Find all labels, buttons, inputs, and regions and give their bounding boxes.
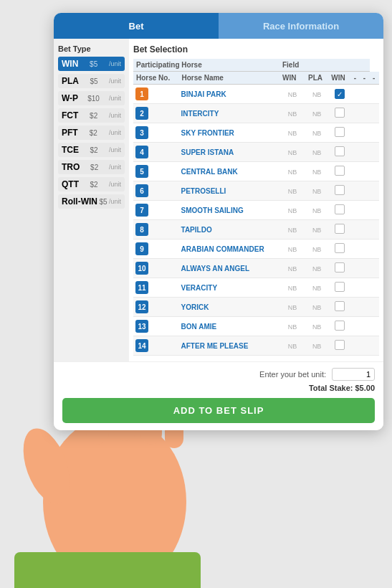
main-card: Bet Race Information Bet Type WIN$5/unit… (54, 13, 383, 430)
horse-check-cell[interactable] (328, 104, 351, 123)
horse-win-cell: NB (279, 181, 305, 201)
table-row: 3 SKY FRONTIER NB NB (133, 123, 379, 143)
horse-pla-cell: NB (305, 298, 328, 317)
horse-number-cell: 10 (133, 259, 179, 278)
bet-unit-label: Enter your bet unit: (259, 370, 326, 379)
horse-name: ALWAYS AN ANGEL (181, 265, 250, 272)
horse-name: PETROSELLI (181, 187, 226, 195)
horse-name: VERACITY (181, 284, 218, 292)
bet-unit-row: Enter your bet unit: (62, 368, 375, 381)
horse-extra2 (360, 259, 370, 278)
horse-pla-cell: NB (305, 240, 328, 259)
horse-check-cell[interactable] (328, 240, 351, 259)
th-dash2: - (360, 72, 370, 85)
add-to-bet-slip-button[interactable]: ADD TO BET SLIP (62, 398, 375, 423)
horse-win-cell: NB (279, 201, 305, 220)
bet-selection-title: Bet Selection (133, 44, 379, 54)
horse-extra2 (360, 181, 370, 201)
horse-extra1 (351, 278, 360, 298)
horse-name-cell: SMOOTH SAILING (179, 201, 279, 220)
horse-check-cell[interactable] (328, 162, 351, 181)
horse-number-badge: 8 (135, 223, 148, 236)
bet-type-item-win[interactable]: WIN$5/unit (58, 57, 125, 71)
horse-name-cell: AFTER ME PLEASE (179, 336, 279, 356)
horse-pla-cell: NB (305, 143, 328, 162)
horse-name: SKY FRONTIER (181, 129, 234, 137)
horse-extra1 (351, 123, 360, 143)
bet-type-item-qtt[interactable]: QTT$2/unit (58, 177, 125, 191)
horse-win-cell: NB (279, 278, 305, 298)
th-win2: WIN (328, 72, 351, 85)
horse-extra2 (360, 162, 370, 181)
horse-number-cell: 3 (133, 123, 179, 143)
table-row: 4 SUPER ISTANA NB NB (133, 143, 379, 162)
horse-pla-cell: NB (305, 336, 328, 356)
horse-check-cell[interactable] (328, 317, 351, 336)
horse-check-cell[interactable] (328, 201, 351, 220)
horse-extra1 (351, 143, 360, 162)
bet-type-item-tce[interactable]: TCE$2/unit (58, 143, 125, 157)
horse-number-cell: 5 (133, 162, 179, 181)
horse-name: AFTER ME PLEASE (181, 342, 249, 350)
horse-pla-cell: NB (305, 85, 328, 104)
horse-name: CENTRAL BANK (181, 168, 238, 176)
horse-number-cell: 6 (133, 181, 179, 201)
total-stake-row: Total Stake: $5.00 (62, 384, 375, 392)
tab-bet[interactable]: Bet (54, 13, 219, 39)
horse-extra3 (370, 298, 379, 317)
horse-name-cell: INTERCITY (179, 104, 279, 123)
horse-number-cell: 13 (133, 317, 179, 336)
horse-check-cell[interactable] (328, 123, 351, 143)
horse-pla-cell: NB (305, 220, 328, 240)
horse-check-cell[interactable] (328, 298, 351, 317)
horse-win-cell: NB (279, 220, 305, 240)
bet-type-item-roll-win[interactable]: Roll-WIN$5/unit (58, 194, 125, 209)
th-dash1: - (351, 72, 360, 85)
th-pla: PLA (305, 72, 328, 85)
horse-check-cell[interactable] (328, 278, 351, 298)
horse-extra1 (351, 298, 360, 317)
horse-pla-cell: NB (305, 201, 328, 220)
horse-name: ARABIAN COMMANDER (181, 245, 264, 253)
horse-number-badge: 5 (135, 165, 148, 178)
bet-type-item-fct[interactable]: FCT$2/unit (58, 108, 125, 123)
horse-pla-cell: NB (305, 259, 328, 278)
bet-type-item-pft[interactable]: PFT$2/unit (58, 125, 125, 140)
horse-extra3 (370, 162, 379, 181)
horse-number-badge: 14 (135, 339, 148, 352)
horse-extra3 (370, 220, 379, 240)
horse-extra1 (351, 240, 360, 259)
horse-check-cell[interactable] (328, 220, 351, 240)
horse-name-cell: TAPILDO (179, 220, 279, 240)
horse-number-badge: 11 (135, 281, 148, 294)
th-empty3 (360, 59, 370, 72)
horse-check-cell[interactable] (328, 259, 351, 278)
table-row: 9 ARABIAN COMMANDER NB NB (133, 240, 379, 259)
horse-extra1 (351, 201, 360, 220)
horse-win-cell: NB (279, 317, 305, 336)
bet-type-item-pla[interactable]: PLA$5/unit (58, 74, 125, 88)
horse-check-cell[interactable] (328, 181, 351, 201)
horse-extra3 (370, 336, 379, 356)
horse-extra3 (370, 123, 379, 143)
horse-number-cell: 7 (133, 201, 179, 220)
horse-extra2 (360, 298, 370, 317)
bet-type-panel: Bet Type WIN$5/unitPLA$5/unitW-P$10/unit… (54, 39, 129, 361)
bet-type-item-w-p[interactable]: W-P$10/unit (58, 91, 125, 105)
horse-number-cell: 1 (133, 85, 179, 104)
bet-type-item-tro[interactable]: TRO$2/unit (58, 160, 125, 174)
horse-check-cell[interactable] (328, 143, 351, 162)
horse-check-cell[interactable] (328, 85, 351, 104)
horse-check-cell[interactable] (328, 336, 351, 356)
horse-name-cell: ALWAYS AN ANGEL (179, 259, 279, 278)
tab-race-information[interactable]: Race Information (219, 13, 383, 39)
horse-extra1 (351, 336, 360, 356)
bet-unit-input[interactable] (332, 368, 375, 381)
horse-number-badge: 7 (135, 204, 148, 217)
table-row: 13 BON AMIE NB NB (133, 317, 379, 336)
horse-extra1 (351, 259, 360, 278)
horse-name: BINJAI PARK (181, 90, 226, 98)
horse-number-badge: 3 (135, 126, 148, 139)
horse-number-cell: 12 (133, 298, 179, 317)
horse-pla-cell: NB (305, 317, 328, 336)
